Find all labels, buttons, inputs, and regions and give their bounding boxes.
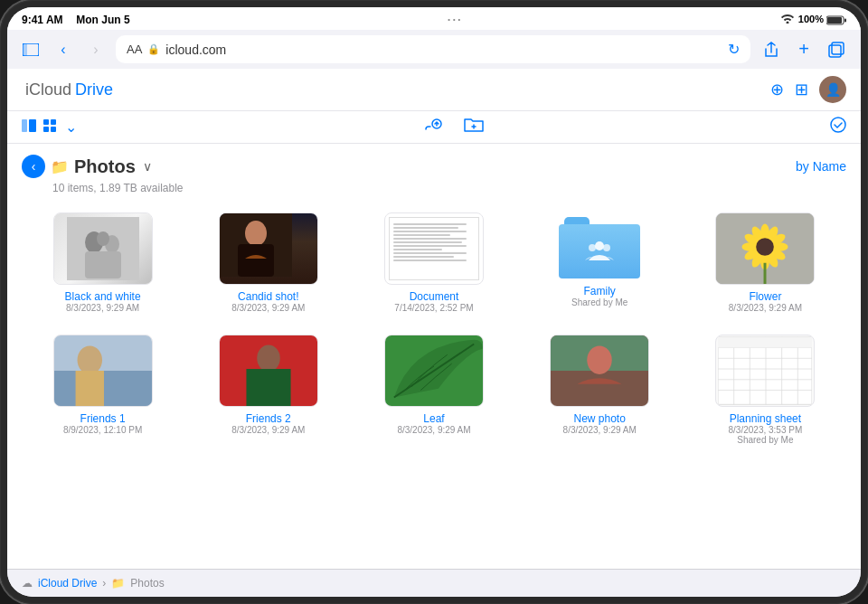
file-thumbnail <box>384 212 484 285</box>
list-item[interactable]: Planning sheet 8/3/2023, 3:53 PM Shared … <box>688 335 843 445</box>
new-folder-button[interactable] <box>464 117 484 137</box>
file-name: Document <box>410 290 459 303</box>
svg-point-48 <box>257 345 280 372</box>
url-bar[interactable]: AA 🔒 icloud.com ↻ <box>116 35 750 63</box>
forward-button[interactable]: › <box>83 37 108 62</box>
folder-dropdown-icon[interactable]: ∨ <box>143 159 152 174</box>
bottom-bar: ☁ iCloud Drive › 📁 Photos <box>7 569 861 597</box>
list-item[interactable]: Friends 1 8/9/2023, 12:10 PM <box>25 335 180 445</box>
svg-rect-2 <box>827 17 842 24</box>
file-thumbnail <box>219 212 318 285</box>
refresh-button[interactable]: ↻ <box>728 41 740 58</box>
svg-rect-23 <box>238 244 274 277</box>
photo-preview <box>54 213 152 284</box>
svg-rect-12 <box>43 127 49 132</box>
svg-point-26 <box>603 244 610 251</box>
file-date: 8/3/2023, 9:29 AM <box>231 425 305 435</box>
date: Mon Jun 5 <box>76 14 129 26</box>
svg-point-53 <box>587 346 611 374</box>
dots-center: ··· <box>448 13 463 26</box>
sub-toolbar-right <box>830 117 846 137</box>
file-shared: Shared by Me <box>737 435 793 445</box>
list-item[interactable]: Friends 2 8/3/2023, 9:29 AM <box>191 335 345 445</box>
list-item[interactable]: Black and white 8/3/2023, 9:29 AM <box>25 212 180 313</box>
back-folder-button[interactable]: ‹ <box>22 155 45 178</box>
file-date: 8/3/2023, 9:29 AM <box>397 425 470 435</box>
upload-button[interactable] <box>424 117 442 137</box>
icloud-drive-link[interactable]: iCloud Drive <box>38 577 97 590</box>
file-date: 7/14/2023, 2:52 PM <box>394 303 473 313</box>
svg-point-0 <box>786 22 788 24</box>
sort-chevron-icon[interactable]: ⌄ <box>65 118 77 136</box>
toolbar-actions: + <box>758 36 850 63</box>
svg-rect-5 <box>23 43 27 56</box>
list-item[interactable]: Leaf 8/3/2023, 9:29 AM <box>356 335 511 445</box>
svg-rect-13 <box>51 127 56 132</box>
svg-point-22 <box>245 221 267 246</box>
select-button[interactable] <box>830 117 846 137</box>
breadcrumb-separator: › <box>102 577 106 590</box>
files-grid: Black and white 8/3/2023, 9:29 AM <box>22 205 846 452</box>
drive-label: Drive <box>75 80 113 99</box>
file-name: Flower <box>749 290 781 303</box>
list-item[interactable]: Document 7/14/2023, 2:52 PM <box>356 212 511 313</box>
svg-rect-7 <box>832 42 844 54</box>
photo-preview <box>220 213 317 284</box>
wifi-icon <box>780 13 795 26</box>
svg-rect-11 <box>51 119 56 125</box>
grid-view-icon[interactable] <box>43 119 58 135</box>
grid-icon[interactable]: ⊞ <box>795 80 808 99</box>
avatar[interactable]: 👤 <box>819 76 846 103</box>
cloud-icon: ☁ <box>22 577 33 590</box>
tabs-button[interactable] <box>823 36 850 63</box>
breadcrumb-row: ‹ 📁 Photos ∨ by Name <box>22 155 846 178</box>
sidebar-toggle-button[interactable] <box>18 37 43 62</box>
icloud-header: iCloud Drive ⊕ ⊞ 👤 <box>7 69 861 111</box>
file-thumbnail <box>715 212 815 285</box>
lock-icon: 🔒 <box>147 43 160 55</box>
view-controls: ⌄ <box>22 118 77 136</box>
file-name: Leaf <box>423 412 444 425</box>
svg-rect-20 <box>85 251 121 278</box>
list-item[interactable]: Flower 8/3/2023, 9:29 AM <box>688 212 843 313</box>
svg-point-25 <box>589 244 596 251</box>
file-name: Family <box>584 285 616 297</box>
photos-folder-label: Photos <box>130 577 164 590</box>
svg-point-24 <box>595 241 604 250</box>
clock-icon[interactable]: ⊕ <box>770 80 784 99</box>
share-button[interactable] <box>758 36 785 63</box>
status-left: 9:41 AM Mon Jun 5 <box>22 14 130 26</box>
file-thumbnail <box>550 335 649 407</box>
file-date: 8/3/2023, 9:29 AM <box>231 303 305 313</box>
svg-rect-65 <box>718 337 812 348</box>
file-name: Friends 2 <box>246 412 291 425</box>
file-shared: Shared by Me <box>571 297 627 307</box>
time: 9:41 AM <box>22 14 63 26</box>
reader-mode-button[interactable]: AA <box>127 42 142 56</box>
file-date: 8/3/2023, 9:29 AM <box>66 303 139 313</box>
breadcrumb-left: ‹ 📁 Photos ∨ <box>22 155 152 178</box>
back-button[interactable]: ‹ <box>51 37 76 62</box>
list-item[interactable]: Family Shared by Me <box>523 212 677 313</box>
file-name: Black and white <box>65 290 141 303</box>
icloud-logo: iCloud Drive <box>22 80 113 99</box>
device-frame: 9:41 AM Mon Jun 5 ··· 100% ‹ › <box>0 0 868 604</box>
browser-toolbar: ‹ › AA 🔒 icloud.com ↻ + <box>7 30 861 69</box>
panel-view-icon[interactable] <box>22 119 36 135</box>
file-date: 8/9/2023, 12:10 PM <box>63 425 142 435</box>
list-item[interactable]: New photo 8/3/2023, 9:29 AM <box>523 335 677 445</box>
svg-point-15 <box>831 118 845 132</box>
svg-rect-49 <box>246 369 290 406</box>
add-tab-button[interactable]: + <box>790 36 817 63</box>
svg-rect-3 <box>844 18 846 22</box>
icloud-label: iCloud <box>25 80 71 99</box>
url-text: icloud.com <box>165 42 226 57</box>
items-count: 10 items, 1.89 TB available <box>52 182 846 194</box>
file-thumbnail <box>53 212 153 285</box>
svg-rect-9 <box>29 119 36 132</box>
battery: 100% <box>798 14 846 25</box>
sort-button[interactable]: by Name <box>796 159 846 174</box>
svg-rect-6 <box>829 45 841 57</box>
folder-title: Photos <box>74 156 136 177</box>
list-item[interactable]: Candid shot! 8/3/2023, 9:29 AM <box>191 212 345 313</box>
